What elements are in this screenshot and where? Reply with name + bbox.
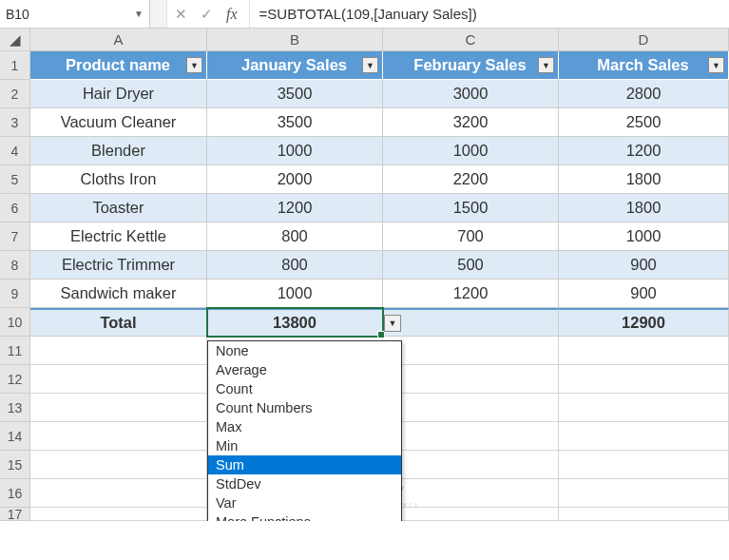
cell[interactable] — [559, 394, 729, 422]
cell[interactable]: Blender — [30, 137, 207, 165]
col-header-b[interactable]: B — [207, 29, 383, 51]
cell[interactable]: Vacuum Cleaner — [30, 108, 207, 137]
menu-item-more-functions[interactable]: More Functions... — [208, 512, 401, 521]
fx-icon[interactable]: fx — [226, 6, 238, 23]
cell[interactable] — [383, 365, 559, 394]
cell[interactable] — [30, 479, 207, 508]
cell[interactable]: 3000 — [383, 80, 559, 108]
cell[interactable]: 2000 — [207, 165, 383, 194]
total-march-cell[interactable]: 12900 — [559, 308, 729, 337]
enter-icon[interactable]: ✓ — [201, 6, 213, 23]
cell[interactable]: 900 — [559, 280, 729, 308]
cell[interactable]: 1000 — [207, 137, 383, 165]
menu-item-max[interactable]: Max — [208, 417, 401, 436]
row-header-11[interactable]: 11 — [0, 337, 30, 365]
cell[interactable]: Cloths Iron — [30, 165, 207, 194]
table-header-february[interactable]: February Sales▼ — [383, 51, 559, 80]
cell[interactable]: 900 — [559, 251, 729, 280]
table-header-january[interactable]: January Sales▼ — [207, 51, 383, 80]
menu-item-none[interactable]: None — [208, 341, 401, 360]
row-header-8[interactable]: 8 — [0, 251, 30, 280]
cell[interactable] — [30, 394, 207, 422]
cell[interactable]: 1800 — [559, 165, 729, 194]
cell[interactable] — [30, 422, 207, 451]
menu-item-count-numbers[interactable]: Count Numbers — [208, 398, 401, 417]
cell[interactable] — [559, 508, 729, 521]
select-all-corner[interactable]: ◢ — [0, 29, 30, 51]
cell[interactable]: 1000 — [383, 137, 559, 165]
row-header-1[interactable]: 1 — [0, 51, 30, 80]
cell[interactable] — [383, 451, 559, 479]
cell[interactable]: Electric Kettle — [30, 222, 207, 251]
cell[interactable]: Sandwich maker — [30, 280, 207, 308]
cell[interactable] — [383, 422, 559, 451]
menu-item-average[interactable]: Average — [208, 360, 401, 379]
formula-input[interactable]: =SUBTOTAL(109,[January Sales]) — [254, 6, 729, 22]
cell[interactable] — [30, 508, 207, 521]
cell[interactable] — [383, 508, 559, 521]
cell[interactable]: 1800 — [559, 194, 729, 222]
row-header-17[interactable]: 17 — [0, 508, 30, 521]
row-header-6[interactable]: 6 — [0, 194, 30, 222]
chevron-down-icon[interactable]: ▼ — [134, 9, 144, 19]
row-header-10[interactable]: 10 — [0, 308, 30, 337]
cell[interactable]: 800 — [207, 251, 383, 280]
cell[interactable]: 1200 — [207, 194, 383, 222]
cell[interactable]: 3500 — [207, 80, 383, 108]
menu-item-sum[interactable]: Sum — [208, 455, 401, 474]
menu-item-count[interactable]: Count — [208, 379, 401, 398]
cell[interactable] — [559, 422, 729, 451]
total-january-cell[interactable]: 13800 ▼ — [207, 308, 383, 337]
cell[interactable]: 500 — [383, 251, 559, 280]
cell[interactable]: 1200 — [383, 280, 559, 308]
cell[interactable]: Electric Trimmer — [30, 251, 207, 280]
cell[interactable]: 3500 — [207, 108, 383, 137]
cell[interactable]: 2800 — [559, 80, 729, 108]
row-header-14[interactable]: 14 — [0, 422, 30, 451]
menu-item-min[interactable]: Min — [208, 436, 401, 455]
cell[interactable] — [383, 337, 559, 365]
cell[interactable]: 2500 — [559, 108, 729, 137]
row-header-3[interactable]: 3 — [0, 108, 30, 137]
subtotal-function-menu[interactable]: None Average Count Count Numbers Max Min… — [207, 340, 402, 521]
cell[interactable]: 2200 — [383, 165, 559, 194]
cell[interactable] — [30, 337, 207, 365]
cell[interactable] — [559, 337, 729, 365]
cell[interactable]: 1000 — [207, 280, 383, 308]
cell[interactable] — [559, 365, 729, 394]
col-header-d[interactable]: D — [559, 29, 729, 51]
filter-icon[interactable]: ▼ — [362, 57, 378, 73]
cancel-icon[interactable]: ✕ — [175, 6, 187, 23]
menu-item-var[interactable]: Var — [208, 493, 401, 512]
filter-icon[interactable]: ▼ — [538, 57, 554, 73]
col-header-a[interactable]: A — [30, 29, 207, 51]
name-box[interactable]: B10 ▼ — [0, 0, 150, 28]
cell[interactable] — [30, 365, 207, 394]
filter-icon[interactable]: ▼ — [708, 57, 724, 73]
total-february-cell[interactable] — [383, 308, 559, 337]
cell[interactable]: 1200 — [559, 137, 729, 165]
row-header-7[interactable]: 7 — [0, 222, 30, 251]
cell[interactable] — [559, 451, 729, 479]
cell[interactable]: 3200 — [383, 108, 559, 137]
cell[interactable] — [383, 394, 559, 422]
cell[interactable]: 1500 — [383, 194, 559, 222]
dropdown-button[interactable]: ▼ — [384, 315, 401, 332]
row-header-5[interactable]: 5 — [0, 165, 30, 194]
row-header-13[interactable]: 13 — [0, 394, 30, 422]
row-header-12[interactable]: 12 — [0, 365, 30, 394]
row-header-4[interactable]: 4 — [0, 137, 30, 165]
row-header-9[interactable]: 9 — [0, 280, 30, 308]
total-label-cell[interactable]: Total — [30, 308, 207, 337]
cell[interactable]: 800 — [207, 222, 383, 251]
cell[interactable]: 700 — [383, 222, 559, 251]
cell[interactable] — [30, 451, 207, 479]
cell[interactable]: Toaster — [30, 194, 207, 222]
cell[interactable]: 1000 — [559, 222, 729, 251]
filter-icon[interactable]: ▼ — [186, 57, 202, 73]
cell[interactable] — [559, 479, 729, 508]
row-header-16[interactable]: 16 — [0, 479, 30, 508]
cell[interactable]: Hair Dryer — [30, 80, 207, 108]
row-header-15[interactable]: 15 — [0, 451, 30, 479]
col-header-c[interactable]: C — [383, 29, 559, 51]
